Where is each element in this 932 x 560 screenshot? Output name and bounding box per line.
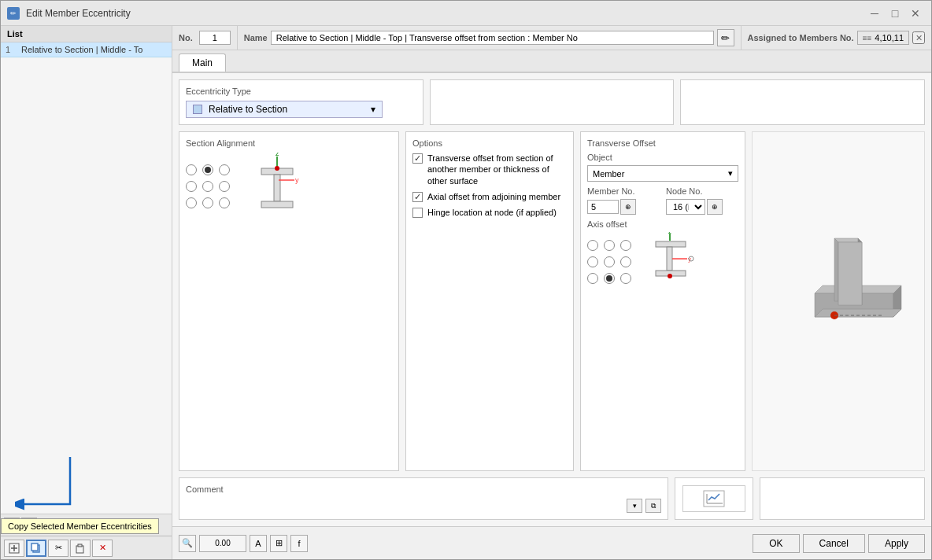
- option-0-text: Transverse offset from section of anothe…: [427, 153, 567, 186]
- list-toolbar: ✂ ✕ Copy Selected Member Eccentricities: [1, 536, 172, 559]
- option-1-checkbox[interactable]: [412, 192, 423, 202]
- align-tl[interactable]: [186, 164, 197, 175]
- search-status-btn[interactable]: 🔍: [179, 535, 196, 552]
- axis-tr[interactable]: [620, 240, 631, 251]
- main-content: List 1 Relative to Section | Middle - To…: [1, 26, 931, 559]
- axis-tc[interactable]: [604, 240, 615, 251]
- axis-bl[interactable]: [587, 273, 598, 284]
- comment-input-row: ▾ ⧉: [186, 499, 661, 513]
- align-tc[interactable]: [202, 164, 213, 175]
- copy-icon: [31, 543, 42, 554]
- name-input[interactable]: [271, 31, 714, 45]
- member-no-input-row: ⊕: [587, 199, 660, 215]
- copy-button[interactable]: [26, 540, 46, 557]
- ok-cancel-apply: OK Cancel Apply: [753, 534, 925, 553]
- option-row-2: Hinge location at node (if applied): [412, 207, 567, 218]
- maximize-button[interactable]: □: [886, 6, 904, 21]
- object-dropdown[interactable]: Member ▾: [587, 165, 738, 182]
- assigned-icon: ≡≡: [863, 34, 872, 42]
- graph-button[interactable]: [682, 485, 745, 512]
- axis-mr[interactable]: [620, 256, 631, 267]
- edit-name-button[interactable]: ✏: [717, 29, 734, 46]
- editor-area: Eccentricity Type Relative to Section ▾: [172, 73, 931, 526]
- delete-button[interactable]: ✕: [92, 540, 113, 557]
- axis-btn[interactable]: A: [250, 535, 267, 552]
- node-no-btn[interactable]: ⊕: [707, 199, 723, 215]
- eccentricity-dropdown[interactable]: Relative to Section ▾: [186, 101, 383, 118]
- snap-btn[interactable]: f: [290, 535, 308, 552]
- axis-mc[interactable]: [604, 256, 615, 267]
- top-info-bar: No. 1 Name ✏ Assigned to Members No. ≡≡ …: [172, 26, 931, 50]
- svg-rect-9: [274, 175, 280, 201]
- node-no-select[interactable]: 16 (i): [666, 199, 705, 215]
- option-row-1: Axial offset from adjoining member: [412, 191, 567, 202]
- align-tr[interactable]: [219, 164, 230, 175]
- option-2-checkbox[interactable]: [412, 208, 423, 218]
- svg-rect-4: [31, 543, 38, 551]
- svg-rect-10: [261, 201, 293, 208]
- object-value: Member: [593, 169, 624, 179]
- cut-button[interactable]: ✂: [48, 540, 68, 557]
- option-row-0: Transverse offset from section of anothe…: [412, 153, 567, 186]
- align-mr[interactable]: [219, 181, 230, 192]
- svg-point-15: [275, 166, 279, 171]
- graph-icon: [702, 489, 726, 508]
- align-br[interactable]: [219, 197, 230, 208]
- axis-offset-content: z y: [587, 232, 738, 295]
- no-label: No.: [179, 33, 193, 42]
- align-mc[interactable]: [202, 181, 213, 192]
- axis-tl[interactable]: [587, 240, 598, 251]
- axis-br[interactable]: [620, 273, 631, 284]
- minimize-button[interactable]: ─: [865, 6, 884, 21]
- transverse-offset-label: Transverse Offset: [587, 138, 738, 148]
- apply-button[interactable]: Apply: [868, 534, 925, 553]
- name-label: Name: [244, 33, 268, 42]
- svg-marker-32: [838, 242, 862, 305]
- ok-button[interactable]: OK: [753, 534, 799, 553]
- align-bl[interactable]: [186, 197, 197, 208]
- grid-btn[interactable]: ⊞: [270, 535, 287, 552]
- comment-row: Comment ▾ ⧉: [179, 477, 925, 520]
- member-no-btn[interactable]: ⊕: [620, 199, 636, 215]
- object-label: Object: [587, 153, 738, 162]
- new-item-button[interactable]: [4, 540, 24, 557]
- align-ml[interactable]: [186, 181, 197, 192]
- paste-button[interactable]: [70, 540, 91, 557]
- svg-rect-6: [78, 544, 82, 547]
- eccentricity-type-label: Eccentricity Type: [186, 87, 416, 96]
- cancel-button[interactable]: Cancel: [803, 534, 865, 553]
- node-no-input-row: 16 (i) ⊕: [666, 199, 738, 215]
- node-no-col: Node No. 16 (i) ⊕: [666, 186, 738, 215]
- transverse-offset-box: Transverse Offset Object Member ▾ Member…: [580, 131, 745, 471]
- options-box: Options Transverse offset from section o…: [405, 131, 574, 471]
- svg-marker-30: [834, 238, 838, 301]
- no-value: 1: [199, 31, 231, 45]
- member-no-input[interactable]: [587, 200, 619, 214]
- comment-input[interactable]: [186, 501, 623, 510]
- tab-main[interactable]: Main: [179, 53, 226, 72]
- eccentricity-section: Eccentricity Type Relative to Section ▾: [179, 79, 423, 125]
- preview-3d-box: [752, 131, 925, 471]
- option-0-checkbox[interactable]: [412, 153, 423, 164]
- comment-right-section: [760, 477, 925, 520]
- axis-bc[interactable]: [604, 273, 615, 284]
- axis-offset-grid: [587, 240, 634, 287]
- main-editor: Eccentricity Type Relative to Section ▾: [172, 73, 931, 526]
- align-bc[interactable]: [202, 197, 213, 208]
- comment-dropdown-btn[interactable]: ▾: [627, 499, 642, 513]
- title-bar: ✏ Edit Member Eccentricity ─ □ ✕: [1, 1, 931, 26]
- window-controls: ─ □ ✕: [865, 6, 925, 21]
- alignment-content: z y: [186, 153, 392, 223]
- close-button[interactable]: ✕: [906, 6, 925, 21]
- list-item[interactable]: 1 Relative to Section | Middle - To: [1, 42, 172, 57]
- comment-copy-btn[interactable]: ⧉: [645, 499, 661, 513]
- ibeam-diagram: z y: [246, 153, 309, 223]
- svg-text:z: z: [668, 232, 671, 235]
- axis-offset-label: Axis offset: [587, 219, 738, 229]
- assigned-close-button[interactable]: ✕: [912, 31, 925, 44]
- assigned-label: Assigned to Members No.: [748, 33, 854, 42]
- window-title: Edit Member Eccentricity: [26, 8, 859, 19]
- tab-bar: Main: [172, 50, 931, 73]
- axis-ml[interactable]: [587, 256, 598, 267]
- node-no-label: Node No.: [666, 186, 738, 196]
